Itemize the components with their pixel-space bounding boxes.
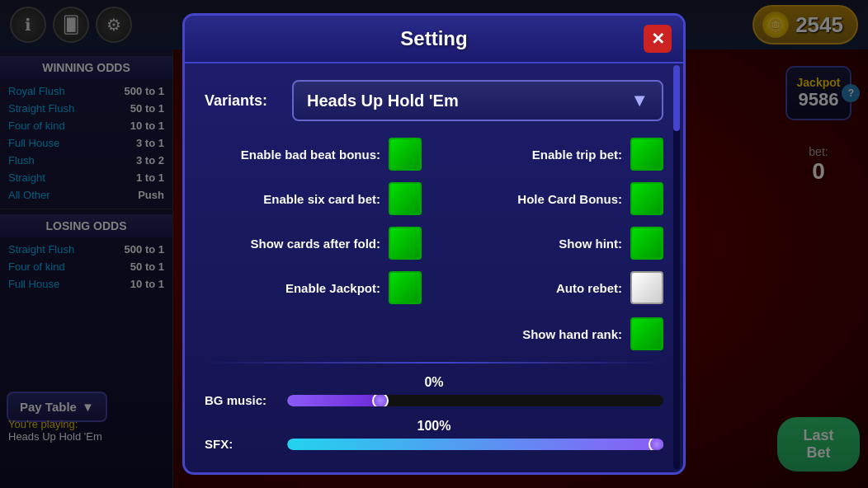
setting-hole-card: Hole Card Bonus: xyxy=(446,182,663,215)
bg-music-row: 0% BG music: xyxy=(205,375,663,407)
settings-modal: Setting ✕ Variants: Heads Up Hold 'Em ▼ … xyxy=(182,13,686,475)
auto-rebet-label: Auto rebet: xyxy=(446,281,622,295)
bg-music-slider-container: BG music: xyxy=(205,393,663,407)
hole-card-label: Hole Card Bonus: xyxy=(446,192,622,206)
modal-divider xyxy=(205,362,663,364)
setting-cards-fold: Show cards after fold: xyxy=(205,227,422,260)
modal-close-button[interactable]: ✕ xyxy=(644,25,672,53)
modal-title: Setting xyxy=(400,27,467,49)
bg-music-percent: 0% xyxy=(205,375,663,390)
bad-beat-toggle[interactable] xyxy=(389,138,422,171)
sfx-slider-container: SFX: xyxy=(205,437,663,451)
modal-overlay: Setting ✕ Variants: Heads Up Hold 'Em ▼ … xyxy=(0,0,868,488)
cards-fold-toggle[interactable] xyxy=(389,227,422,260)
modal-header: Setting ✕ xyxy=(185,16,683,63)
setting-show-hand-rank: Show hand rank: xyxy=(205,317,663,350)
sfx-label: SFX: xyxy=(205,437,279,451)
modal-scrollbar[interactable] xyxy=(673,65,680,469)
bg-music-track[interactable] xyxy=(287,395,663,406)
jackpot-toggle[interactable] xyxy=(389,271,422,304)
sfx-percent: 100% xyxy=(205,419,663,434)
sfx-track[interactable] xyxy=(287,439,663,450)
cards-fold-label: Show cards after fold: xyxy=(205,237,380,251)
settings-grid: Enable bad beat bonus: Enable trip bet: … xyxy=(205,138,663,304)
modal-body: Variants: Heads Up Hold 'Em ▼ Enable bad… xyxy=(185,63,683,475)
setting-show-hint: Show hint: xyxy=(446,227,663,260)
six-card-label: Enable six card bet: xyxy=(205,192,380,206)
sfx-fill xyxy=(287,439,663,450)
jackpot-label-setting: Enable Jackpot: xyxy=(205,281,380,295)
bg-music-fill xyxy=(287,395,381,406)
setting-jackpot: Enable Jackpot: xyxy=(205,271,422,304)
variants-select[interactable]: Heads Up Hold 'Em ▼ xyxy=(292,80,663,121)
modal-scroll-thumb xyxy=(673,65,680,131)
setting-six-card: Enable six card bet: xyxy=(205,182,422,215)
trip-bet-label: Enable trip bet: xyxy=(446,148,622,162)
show-hint-label: Show hint: xyxy=(446,237,622,251)
variants-value: Heads Up Hold 'Em xyxy=(307,92,459,110)
show-hint-toggle[interactable] xyxy=(630,227,663,260)
auto-rebet-toggle[interactable] xyxy=(630,271,663,304)
bg-music-thumb[interactable] xyxy=(372,395,389,406)
slider-section: 0% BG music: 100% SFX: xyxy=(205,375,663,451)
six-card-toggle[interactable] xyxy=(389,182,422,215)
hole-card-toggle[interactable] xyxy=(630,182,663,215)
show-hand-rank-label: Show hand rank: xyxy=(205,327,622,341)
variants-row: Variants: Heads Up Hold 'Em ▼ xyxy=(205,80,663,121)
bg-music-label: BG music: xyxy=(205,393,279,407)
sfx-thumb[interactable] xyxy=(649,439,663,450)
setting-bad-beat: Enable bad beat bonus: xyxy=(205,138,422,171)
sfx-row: 100% SFX: xyxy=(205,419,663,451)
bad-beat-label: Enable bad beat bonus: xyxy=(205,148,380,162)
setting-auto-rebet: Auto rebet: xyxy=(446,271,663,304)
setting-trip-bet: Enable trip bet: xyxy=(446,138,663,171)
trip-bet-toggle[interactable] xyxy=(630,138,663,171)
show-hand-rank-toggle[interactable] xyxy=(630,317,663,350)
variants-label: Variants: xyxy=(205,92,279,110)
chevron-down-icon: ▼ xyxy=(630,90,649,111)
